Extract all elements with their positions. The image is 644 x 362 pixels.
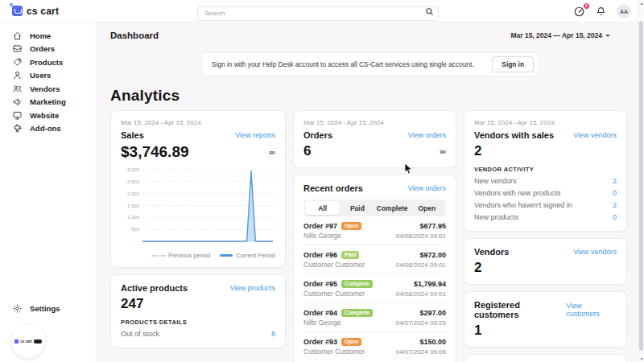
chevron-down-icon [605, 35, 610, 37]
order-row[interactable]: Order #97 Open $677.95 Nills George 04/0… [303, 216, 446, 245]
sign-in-button[interactable]: Sign in [492, 56, 534, 72]
page-header: Dashboard Mar 15, 2024 — Apr 15, 2024 [97, 23, 644, 48]
order-status-tabs: AllPaidCompleteOpen [303, 200, 446, 216]
products-details-heading: PRODUCTS DETAILS [121, 319, 275, 326]
recent-orders-list: Order #97 Open $677.95 Nills George 04/0… [303, 216, 446, 357]
order-tab[interactable]: All [305, 201, 340, 215]
view-vendors-link[interactable]: View vendors [573, 248, 617, 256]
legend-current-period: Current Period [220, 252, 275, 259]
sales-card-date: Mar 15, 2024 - Apr 15, 2024 [121, 119, 275, 126]
svg-text:2,000: 2,000 [127, 191, 140, 196]
scroll-up-arrow-icon[interactable]: ▲ [638, 1, 644, 6]
detail-row: New products 0 [474, 211, 617, 223]
cs-cart-mini-logo-text: cs cart [20, 339, 32, 343]
column-1: Mar 15, 2024 - Apr 15, 2024 Sales View r… [110, 110, 286, 348]
products-icon [12, 57, 23, 68]
date-range-label: Mar 15, 2024 — Apr 15, 2024 [510, 31, 602, 39]
view-vendors-link[interactable]: View vendors [573, 131, 617, 139]
performance-gauge-icon[interactable]: 2 [573, 6, 585, 18]
sales-card: Mar 15, 2024 - Apr 15, 2024 Sales View r… [110, 110, 286, 268]
order-tab[interactable]: Paid [340, 201, 374, 215]
sidebar-item-label: Marketing [30, 97, 66, 106]
version-pill [34, 339, 42, 343]
date-range-selector[interactable]: Mar 15, 2024 — Apr 15, 2024 [510, 31, 610, 39]
recent-orders-card: Recent orders View orders AllPaidComplet… [293, 175, 456, 362]
order-tab[interactable]: Open [410, 201, 444, 215]
gear-icon [12, 303, 23, 314]
dashboard-grid: Mar 15, 2024 - Apr 15, 2024 Sales View r… [97, 110, 644, 362]
scrollbar-thumb[interactable] [639, 21, 643, 351]
user-avatar[interactable]: AA [617, 4, 631, 19]
sidebar-item[interactable]: Add-ons [0, 122, 96, 136]
order-status-badge: Open [341, 338, 361, 346]
search-icon [425, 7, 434, 16]
svg-text:3,000: 3,000 [127, 167, 140, 172]
registered-customers-card: Registered customers View customers 1 [464, 291, 627, 348]
sidebar-item[interactable]: Orders [0, 43, 96, 56]
orders-card-date: Mar 15, 2024 - Apr 15, 2024 [303, 119, 446, 126]
main-content: Dashboard Mar 15, 2024 — Apr 15, 2024 Si… [97, 23, 644, 362]
sidebar-item-label: Vendors [30, 84, 60, 93]
vendors-sales-date: Mar 15, 2024 - Apr 15, 2024 [474, 119, 617, 126]
users-icon [12, 70, 23, 80]
view-orders-link[interactable]: View orders [408, 131, 446, 139]
svg-text:1,000: 1,000 [127, 215, 140, 220]
view-customers-link[interactable]: View customers [566, 302, 617, 318]
vendors-with-sales-value: 2 [474, 143, 481, 159]
sidebar-item[interactable]: Users [0, 69, 96, 83]
order-row[interactable]: Order #95 Complete $1,799.94 Customer Cu… [303, 274, 446, 303]
cs-cart-logo[interactable]: cs cart [12, 6, 59, 17]
order-row[interactable]: Order #93 Open $150.00 Customer Customer… [303, 332, 446, 357]
order-tab[interactable]: Complete [375, 201, 410, 215]
registered-customers-value: 1 [474, 323, 481, 339]
sales-total-value: $3,746.89 [121, 143, 189, 161]
infinity-icon: ∞ [269, 148, 275, 157]
order-status-badge: Complete [341, 280, 373, 288]
svg-text:1,500: 1,500 [127, 204, 140, 208]
sidebar-item[interactable]: Products [0, 56, 96, 69]
scroll-down-arrow-icon[interactable]: ▼ [638, 356, 644, 361]
helpdesk-signin-banner: Sign in with your Help Desk account to a… [201, 52, 539, 76]
vendor-activity-heading: VENDOR ACTIVITY [474, 166, 617, 173]
sidebar-item-label: Home [30, 31, 51, 40]
sidebar-item-label: Orders [30, 44, 55, 53]
sidebar-item-label: Website [30, 111, 59, 120]
sidebar-item[interactable]: Website [0, 109, 96, 122]
view-products-link[interactable]: View products [230, 284, 275, 292]
chart-legend: Previous period Current Period [121, 252, 275, 259]
vendors-card: Vendors View vendors 2 [464, 238, 627, 285]
registered-customers-title: Registered customers [474, 300, 566, 319]
recent-orders-title: Recent orders [303, 183, 363, 193]
sidebar-nav: Home Orders Products Users Vendors Marke… [0, 23, 96, 135]
orders-count-value: 6 [303, 143, 311, 159]
detail-row: Vendors who haven't signed in 2 [474, 199, 617, 211]
bell-icon[interactable] [596, 6, 606, 17]
view-reports-link[interactable]: View reports [235, 131, 275, 139]
sidebar-item-settings[interactable]: Settings [0, 302, 96, 316]
page-scrollbar[interactable]: ▲ ▼ [638, 0, 644, 362]
active-products-card: Active products View products 247 PRODUC… [110, 274, 286, 348]
marketing-icon [12, 97, 23, 107]
view-orders-link[interactable]: View orders [408, 184, 446, 192]
topbar-actions: 2 AA [573, 0, 631, 23]
column-3: Mar 15, 2024 - Apr 15, 2024 Vendors with… [464, 110, 627, 362]
order-row[interactable]: Order #96 Paid $972.00 Customer Customer… [303, 245, 446, 274]
vendors-with-sales-title: Vendors with sales [474, 130, 554, 140]
order-status-badge: Paid [341, 251, 359, 259]
analytics-heading: Analytics [110, 87, 644, 105]
detail-row: Vendors with new products 0 [474, 187, 617, 199]
search-bar [197, 4, 439, 19]
order-row[interactable]: Order #94 Complete $297.00 Nills George … [303, 303, 446, 332]
vendor-activity-list: New vendors 2 Vendors with new products … [474, 175, 617, 223]
home-icon [12, 31, 23, 41]
svg-text:2,500: 2,500 [127, 179, 140, 184]
search-input[interactable] [197, 6, 439, 21]
orders-card-title: Orders [303, 130, 332, 140]
website-icon [12, 110, 23, 121]
active-products-value: 247 [121, 296, 143, 312]
sidebar-item[interactable]: Home [0, 29, 96, 43]
detail-row: Out of stock 8 [121, 327, 275, 339]
cs-cart-version-badge[interactable]: cs cart [11, 324, 45, 358]
sidebar-item[interactable]: Vendors [0, 82, 96, 96]
sidebar-item[interactable]: Marketing [0, 96, 96, 109]
